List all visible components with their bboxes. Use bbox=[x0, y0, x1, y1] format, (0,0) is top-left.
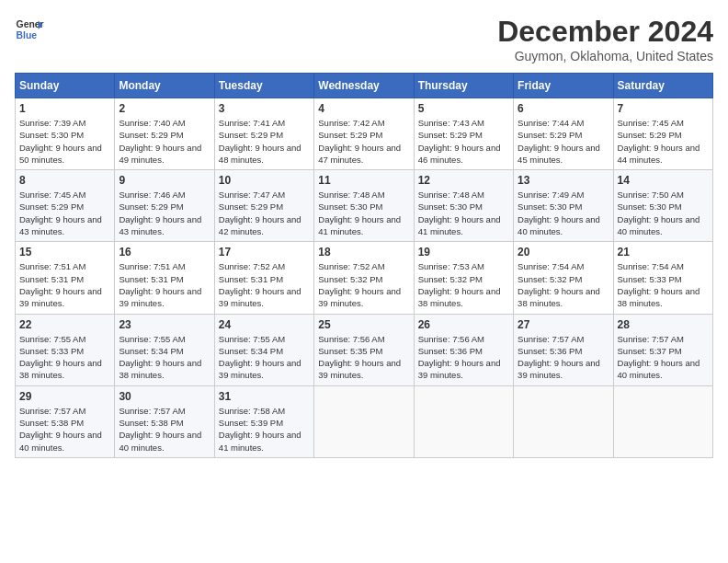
day-number: 7 bbox=[618, 102, 709, 115]
day-number: 29 bbox=[19, 390, 110, 403]
day-number: 10 bbox=[219, 174, 310, 187]
day-number: 3 bbox=[219, 102, 310, 115]
day-info: Sunrise: 7:55 AMSunset: 5:33 PMDaylight:… bbox=[19, 333, 110, 382]
weekday-header-row: SundayMondayTuesdayWednesdayThursdayFrid… bbox=[16, 74, 713, 98]
day-info: Sunrise: 7:57 AMSunset: 5:37 PMDaylight:… bbox=[618, 333, 709, 382]
calendar-day-cell: 4Sunrise: 7:42 AMSunset: 5:29 PMDaylight… bbox=[314, 98, 414, 170]
calendar-day-cell: 17Sunrise: 7:52 AMSunset: 5:31 PMDayligh… bbox=[214, 242, 313, 314]
day-info: Sunrise: 7:51 AMSunset: 5:31 PMDaylight:… bbox=[119, 260, 210, 309]
day-info: Sunrise: 7:52 AMSunset: 5:31 PMDaylight:… bbox=[219, 260, 310, 309]
calendar-day-cell: 26Sunrise: 7:56 AMSunset: 5:36 PMDayligh… bbox=[414, 314, 513, 385]
day-info: Sunrise: 7:48 AMSunset: 5:30 PMDaylight:… bbox=[318, 189, 409, 237]
weekday-header-thursday: Thursday bbox=[414, 74, 513, 98]
calendar-day-cell: 18Sunrise: 7:52 AMSunset: 5:32 PMDayligh… bbox=[314, 242, 414, 314]
calendar-day-cell: 7Sunrise: 7:45 AMSunset: 5:29 PMDaylight… bbox=[613, 98, 712, 170]
day-number: 1 bbox=[19, 102, 110, 115]
day-number: 25 bbox=[318, 318, 409, 331]
calendar-day-cell: 24Sunrise: 7:55 AMSunset: 5:34 PMDayligh… bbox=[214, 314, 313, 385]
calendar-day-cell: 13Sunrise: 7:49 AMSunset: 5:30 PMDayligh… bbox=[514, 170, 613, 242]
logo-icon: General Blue bbox=[15, 15, 44, 44]
day-info: Sunrise: 7:42 AMSunset: 5:29 PMDaylight:… bbox=[318, 117, 409, 166]
day-number: 21 bbox=[618, 246, 709, 259]
day-info: Sunrise: 7:51 AMSunset: 5:31 PMDaylight:… bbox=[19, 260, 110, 309]
day-number: 31 bbox=[219, 390, 310, 403]
calendar-week-row: 22Sunrise: 7:55 AMSunset: 5:33 PMDayligh… bbox=[16, 314, 713, 385]
calendar-empty-cell bbox=[314, 385, 414, 457]
day-number: 11 bbox=[318, 174, 409, 187]
calendar-day-cell: 8Sunrise: 7:45 AMSunset: 5:29 PMDaylight… bbox=[16, 170, 115, 242]
day-number: 20 bbox=[518, 246, 609, 259]
day-info: Sunrise: 7:57 AMSunset: 5:38 PMDaylight:… bbox=[119, 405, 210, 454]
weekday-header-saturday: Saturday bbox=[613, 74, 712, 98]
weekday-header-sunday: Sunday bbox=[16, 74, 115, 98]
day-number: 27 bbox=[518, 318, 609, 331]
calendar-week-row: 15Sunrise: 7:51 AMSunset: 5:31 PMDayligh… bbox=[16, 242, 713, 314]
day-number: 19 bbox=[418, 246, 509, 259]
calendar-day-cell: 9Sunrise: 7:46 AMSunset: 5:29 PMDaylight… bbox=[115, 170, 214, 242]
day-number: 17 bbox=[219, 246, 310, 259]
day-number: 13 bbox=[518, 174, 609, 187]
svg-text:Blue: Blue bbox=[17, 30, 38, 40]
day-info: Sunrise: 7:58 AMSunset: 5:39 PMDaylight:… bbox=[219, 405, 310, 454]
logo: General Blue bbox=[15, 15, 44, 44]
calendar-day-cell: 20Sunrise: 7:54 AMSunset: 5:32 PMDayligh… bbox=[514, 242, 613, 314]
calendar-day-cell: 30Sunrise: 7:57 AMSunset: 5:38 PMDayligh… bbox=[115, 385, 214, 457]
day-info: Sunrise: 7:56 AMSunset: 5:36 PMDaylight:… bbox=[418, 333, 509, 382]
day-number: 15 bbox=[19, 246, 110, 259]
day-info: Sunrise: 7:41 AMSunset: 5:29 PMDaylight:… bbox=[219, 117, 310, 166]
day-info: Sunrise: 7:46 AMSunset: 5:29 PMDaylight:… bbox=[119, 189, 210, 237]
day-info: Sunrise: 7:52 AMSunset: 5:32 PMDaylight:… bbox=[318, 260, 409, 309]
calendar-day-cell: 19Sunrise: 7:53 AMSunset: 5:32 PMDayligh… bbox=[414, 242, 513, 314]
day-info: Sunrise: 7:48 AMSunset: 5:30 PMDaylight:… bbox=[418, 189, 509, 237]
day-info: Sunrise: 7:54 AMSunset: 5:32 PMDaylight:… bbox=[518, 260, 609, 309]
calendar-day-cell: 31Sunrise: 7:58 AMSunset: 5:39 PMDayligh… bbox=[214, 385, 313, 457]
calendar-day-cell: 6Sunrise: 7:44 AMSunset: 5:29 PMDaylight… bbox=[514, 98, 613, 170]
day-number: 30 bbox=[119, 390, 210, 403]
weekday-header-wednesday: Wednesday bbox=[314, 74, 414, 98]
day-info: Sunrise: 7:56 AMSunset: 5:35 PMDaylight:… bbox=[318, 333, 409, 382]
day-number: 26 bbox=[418, 318, 509, 331]
page-header: General Blue December 2024 Guymon, Oklah… bbox=[15, 15, 713, 63]
day-info: Sunrise: 7:55 AMSunset: 5:34 PMDaylight:… bbox=[119, 333, 210, 382]
day-number: 14 bbox=[618, 174, 709, 187]
day-number: 9 bbox=[119, 174, 210, 187]
calendar-day-cell: 15Sunrise: 7:51 AMSunset: 5:31 PMDayligh… bbox=[16, 242, 115, 314]
day-info: Sunrise: 7:40 AMSunset: 5:29 PMDaylight:… bbox=[119, 117, 210, 166]
day-info: Sunrise: 7:39 AMSunset: 5:30 PMDaylight:… bbox=[19, 117, 110, 166]
day-number: 28 bbox=[618, 318, 709, 331]
calendar-day-cell: 2Sunrise: 7:40 AMSunset: 5:29 PMDaylight… bbox=[115, 98, 214, 170]
day-number: 2 bbox=[119, 102, 210, 115]
calendar-day-cell: 29Sunrise: 7:57 AMSunset: 5:38 PMDayligh… bbox=[16, 385, 115, 457]
calendar-day-cell: 21Sunrise: 7:54 AMSunset: 5:33 PMDayligh… bbox=[613, 242, 712, 314]
calendar-day-cell: 3Sunrise: 7:41 AMSunset: 5:29 PMDaylight… bbox=[214, 98, 313, 170]
calendar-day-cell: 16Sunrise: 7:51 AMSunset: 5:31 PMDayligh… bbox=[115, 242, 214, 314]
day-info: Sunrise: 7:57 AMSunset: 5:36 PMDaylight:… bbox=[518, 333, 609, 382]
calendar-day-cell: 23Sunrise: 7:55 AMSunset: 5:34 PMDayligh… bbox=[115, 314, 214, 385]
calendar-day-cell: 22Sunrise: 7:55 AMSunset: 5:33 PMDayligh… bbox=[16, 314, 115, 385]
day-number: 18 bbox=[318, 246, 409, 259]
calendar-day-cell: 5Sunrise: 7:43 AMSunset: 5:29 PMDaylight… bbox=[414, 98, 513, 170]
calendar-table: SundayMondayTuesdayWednesdayThursdayFrid… bbox=[15, 73, 713, 458]
day-info: Sunrise: 7:53 AMSunset: 5:32 PMDaylight:… bbox=[418, 260, 509, 309]
calendar-week-row: 8Sunrise: 7:45 AMSunset: 5:29 PMDaylight… bbox=[16, 170, 713, 242]
weekday-header-monday: Monday bbox=[115, 74, 214, 98]
day-info: Sunrise: 7:43 AMSunset: 5:29 PMDaylight:… bbox=[418, 117, 509, 166]
day-info: Sunrise: 7:49 AMSunset: 5:30 PMDaylight:… bbox=[518, 189, 609, 237]
calendar-day-cell: 14Sunrise: 7:50 AMSunset: 5:30 PMDayligh… bbox=[613, 170, 712, 242]
calendar-week-row: 29Sunrise: 7:57 AMSunset: 5:38 PMDayligh… bbox=[16, 385, 713, 457]
calendar-day-cell: 25Sunrise: 7:56 AMSunset: 5:35 PMDayligh… bbox=[314, 314, 414, 385]
calendar-day-cell: 12Sunrise: 7:48 AMSunset: 5:30 PMDayligh… bbox=[414, 170, 513, 242]
calendar-empty-cell bbox=[613, 385, 712, 457]
day-number: 6 bbox=[518, 102, 609, 115]
day-number: 23 bbox=[119, 318, 210, 331]
day-info: Sunrise: 7:50 AMSunset: 5:30 PMDaylight:… bbox=[618, 189, 709, 237]
calendar-empty-cell bbox=[414, 385, 513, 457]
day-number: 8 bbox=[19, 174, 110, 187]
day-number: 16 bbox=[119, 246, 210, 259]
location: Guymon, Oklahoma, United States bbox=[497, 49, 713, 63]
day-info: Sunrise: 7:45 AMSunset: 5:29 PMDaylight:… bbox=[19, 189, 110, 237]
calendar-week-row: 1Sunrise: 7:39 AMSunset: 5:30 PMDaylight… bbox=[16, 98, 713, 170]
weekday-header-tuesday: Tuesday bbox=[214, 74, 313, 98]
calendar-empty-cell bbox=[514, 385, 613, 457]
day-info: Sunrise: 7:44 AMSunset: 5:29 PMDaylight:… bbox=[518, 117, 609, 166]
